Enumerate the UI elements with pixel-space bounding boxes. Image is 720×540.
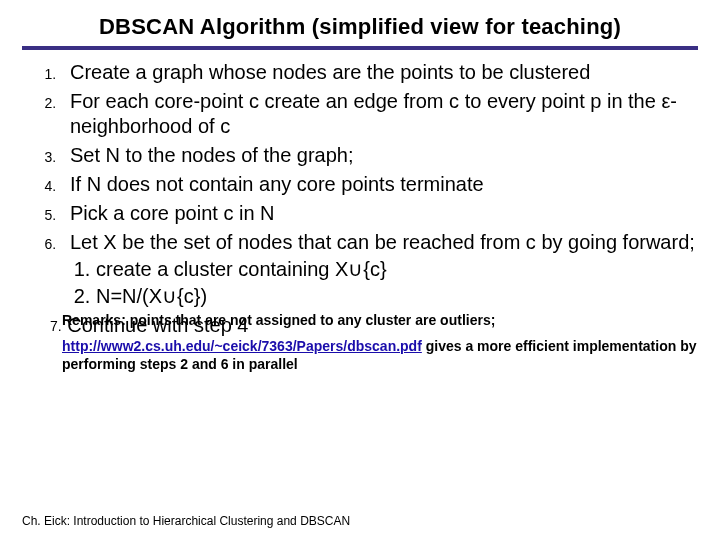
step-6: Let X be the set of nodes that can be re… — [60, 230, 698, 309]
step-7-number: 7. — [50, 318, 62, 334]
step-3: Set N to the nodes of the graph; — [60, 143, 698, 168]
remarks-line1: Remarks: points that are not assigned to… — [62, 312, 720, 329]
remarks-line2-tail: gives a more efficient implementation by — [422, 338, 697, 354]
dbscan-pdf-link[interactable]: http://www2.cs.uh.edu/~ceick/7363/Papers… — [62, 338, 422, 354]
step-7-and-remarks: 7. Continue with step 4 Remarks: points … — [50, 313, 698, 337]
step-4: If N does not contain any core points te… — [60, 172, 698, 197]
step-2: For each core-point c create an edge fro… — [60, 89, 698, 139]
slide-title: DBSCAN Algorithm (simplified view for te… — [22, 14, 698, 40]
algorithm-list: Create a graph whose nodes are the point… — [60, 60, 698, 309]
step-6-text: Let X be the set of nodes that can be re… — [70, 231, 695, 253]
step-5: Pick a core point c in N — [60, 201, 698, 226]
step-6a: create a cluster containing X∪{c} — [96, 257, 698, 282]
slide-footer: Ch. Eick: Introduction to Hierarchical C… — [22, 514, 350, 528]
remarks-line3: performing steps 2 and 6 in parallel — [62, 356, 698, 372]
slide-container: DBSCAN Algorithm (simplified view for te… — [0, 0, 720, 540]
title-rule — [22, 46, 698, 50]
step-1: Create a graph whose nodes are the point… — [60, 60, 698, 85]
step-6-sublist: create a cluster containing X∪{c} N=N/(X… — [96, 257, 698, 309]
remarks-line2: http://www2.cs.uh.edu/~ceick/7363/Papers… — [62, 338, 712, 356]
step-6b: N=N/(X∪{c}) — [96, 284, 698, 309]
